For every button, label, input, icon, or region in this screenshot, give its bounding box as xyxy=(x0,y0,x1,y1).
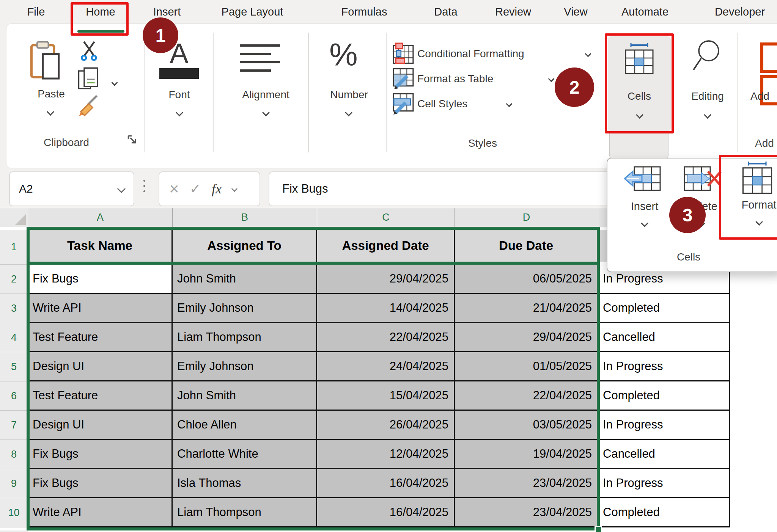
cell-a7[interactable]: Design UI xyxy=(28,411,173,440)
cell-b10[interactable]: Liam Thompson xyxy=(173,498,317,527)
alignment-group-chevron[interactable] xyxy=(263,110,269,117)
cell-styles-chevron[interactable] xyxy=(507,101,511,108)
name-box[interactable]: A2 xyxy=(9,171,134,206)
alignment-group-button[interactable]: Alignment xyxy=(231,89,301,101)
cell-a4[interactable]: Test Feature xyxy=(28,323,173,352)
cell-d2[interactable]: 06/05/2025 xyxy=(455,265,598,294)
cell-b7[interactable]: Chloe Allen xyxy=(173,411,317,440)
copy-icon[interactable] xyxy=(78,67,99,92)
cell-a3[interactable]: Write API xyxy=(28,294,173,323)
tab-file[interactable]: File xyxy=(15,0,57,24)
cell-b3[interactable]: Emily Johnson xyxy=(173,294,317,323)
conditional-formatting-icon[interactable] xyxy=(392,42,414,66)
paste-dropdown-chevron[interactable] xyxy=(48,109,53,116)
cell-e6[interactable]: Completed xyxy=(598,381,730,411)
number-group-chevron[interactable] xyxy=(346,110,351,117)
cell-c4[interactable]: 22/04/2025 xyxy=(317,323,455,352)
format-cells-icon[interactable] xyxy=(740,161,775,197)
cell-d5[interactable]: 01/05/2025 xyxy=(455,352,598,381)
font-group-button[interactable]: Font xyxy=(152,89,207,101)
cell-styles-icon[interactable] xyxy=(392,93,414,116)
paste-button[interactable]: Paste xyxy=(23,88,80,100)
editing-group-chevron[interactable] xyxy=(705,112,710,119)
tab-formulas[interactable]: Formulas xyxy=(319,0,410,24)
cell-c5[interactable]: 24/04/2025 xyxy=(317,352,455,381)
insert-cells-button[interactable]: Insert xyxy=(620,200,669,213)
cell-d4[interactable]: 29/04/2025 xyxy=(455,323,598,352)
fx-chevron[interactable] xyxy=(231,186,238,192)
cell-a8[interactable]: Fix Bugs xyxy=(28,440,173,469)
header-assigned-to[interactable]: Assigned To xyxy=(173,230,317,262)
cell-b6[interactable]: John Smith xyxy=(173,381,317,411)
cell-styles-button[interactable]: Cell Styles xyxy=(417,98,505,110)
enter-icon[interactable]: ✓ xyxy=(190,181,201,197)
header-assigned-date[interactable]: Assigned Date xyxy=(317,230,455,262)
tab-developer[interactable]: Developer xyxy=(690,0,777,24)
cell-e4[interactable]: Cancelled xyxy=(598,323,730,352)
column-header-d[interactable]: D xyxy=(455,208,598,227)
header-task-name[interactable]: Task Name xyxy=(28,230,173,262)
clipboard-dialog-launcher-icon[interactable] xyxy=(127,134,137,146)
row-header-2[interactable]: 2 xyxy=(0,265,28,294)
alignment-icon[interactable] xyxy=(239,43,281,75)
copy-dropdown-chevron[interactable] xyxy=(112,80,117,86)
row-header-1[interactable]: 1 xyxy=(0,230,28,265)
cell-a2[interactable]: Fix Bugs xyxy=(28,265,173,294)
name-box-chevron[interactable] xyxy=(117,185,126,193)
paste-icon[interactable] xyxy=(27,41,64,82)
font-group-chevron[interactable] xyxy=(177,110,182,117)
row-header-7[interactable]: 7 xyxy=(0,411,28,440)
insert-cells-icon[interactable] xyxy=(624,165,662,193)
conditional-formatting-button[interactable]: Conditional Formatting xyxy=(417,48,577,60)
cell-e9[interactable]: In Progress xyxy=(598,469,730,498)
cell-c2[interactable]: 29/04/2025 xyxy=(317,265,455,294)
header-due-date[interactable]: Due Date xyxy=(455,230,598,262)
cell-b5[interactable]: Emily Johnson xyxy=(173,352,317,381)
tab-automate[interactable]: Automate xyxy=(599,0,690,24)
cell-b4[interactable]: Liam Thompson xyxy=(173,323,317,352)
cell-d10[interactable]: 23/04/2025 xyxy=(455,498,598,527)
cell-e8[interactable]: Cancelled xyxy=(598,440,730,469)
tab-page-layout[interactable]: Page Layout xyxy=(205,0,300,24)
cell-d3[interactable]: 21/04/2025 xyxy=(455,294,598,323)
tab-review[interactable]: Review xyxy=(476,0,550,24)
cell-d9[interactable]: 23/04/2025 xyxy=(455,469,598,498)
cell-c7[interactable]: 26/04/2025 xyxy=(317,411,455,440)
number-format-icon[interactable]: % xyxy=(329,36,358,73)
cell-e5[interactable]: In Progress xyxy=(598,352,730,381)
cell-b2[interactable]: John Smith xyxy=(173,265,317,294)
cell-b9[interactable]: Isla Thomas xyxy=(173,469,317,498)
cell-a9[interactable]: Fix Bugs xyxy=(28,469,173,498)
row-header-6[interactable]: 6 xyxy=(0,381,28,411)
column-header-c[interactable]: C xyxy=(317,208,455,227)
conditional-formatting-chevron[interactable] xyxy=(586,51,590,58)
tab-data[interactable]: Data xyxy=(414,0,478,24)
formula-bar-drag-dots[interactable] xyxy=(143,180,145,192)
column-header-a[interactable]: A xyxy=(28,208,173,227)
cancel-icon[interactable]: × xyxy=(169,180,179,197)
row-header-8[interactable]: 8 xyxy=(0,440,28,469)
row-header-3[interactable]: 3 xyxy=(0,294,28,323)
row-header-9[interactable]: 9 xyxy=(0,469,28,498)
cell-d8[interactable]: 19/04/2025 xyxy=(455,440,598,469)
cut-icon[interactable] xyxy=(80,40,98,62)
cell-e7[interactable]: In Progress xyxy=(598,411,730,440)
column-header-b[interactable]: B xyxy=(173,208,317,227)
add-ins-group-button[interactable]: Add xyxy=(750,90,777,102)
editing-group-button[interactable]: Editing xyxy=(679,90,736,102)
cell-c6[interactable]: 15/04/2025 xyxy=(317,381,455,411)
format-as-table-button[interactable]: Format as Table xyxy=(417,73,539,85)
row-header-4[interactable]: 4 xyxy=(0,323,28,352)
tab-view[interactable]: View xyxy=(546,0,605,24)
number-group-button[interactable]: Number xyxy=(319,89,379,101)
cell-b8[interactable]: Charlotte White xyxy=(173,440,317,469)
cell-d7[interactable]: 03/05/2025 xyxy=(455,411,598,440)
cell-e3[interactable]: Completed xyxy=(598,294,730,323)
fill-handle[interactable] xyxy=(595,526,602,532)
format-painter-icon[interactable] xyxy=(77,94,99,118)
editing-icon[interactable] xyxy=(691,39,723,76)
cell-d6[interactable]: 22/04/2025 xyxy=(455,381,598,411)
row-header-10[interactable]: 10 xyxy=(0,498,28,527)
cell-a5[interactable]: Design UI xyxy=(28,352,173,381)
row-header-5[interactable]: 5 xyxy=(0,352,28,381)
